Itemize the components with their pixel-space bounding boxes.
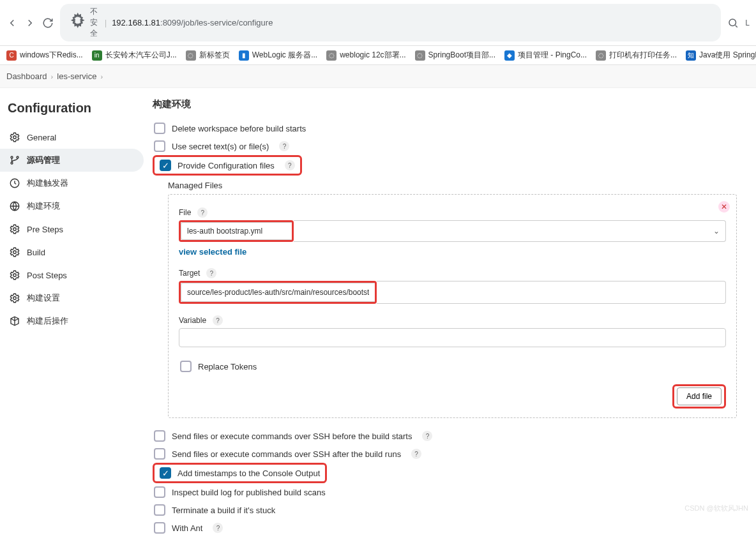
check-with-ant[interactable]: With Ant ? [153,519,737,537]
check-provide-config[interactable]: ✓ Provide Configuration files ? [157,158,298,172]
sidebar-item-label: 构建环境 [27,200,60,212]
check-label: Add timestamps to the Console Output [178,469,320,478]
gear-icon [9,131,20,143]
bookmark-item[interactable]: ◆项目管理 - PingCo... [504,50,587,61]
bookmark-item[interactable]: in长安铃木汽车公司J... [92,50,177,61]
package-icon [9,315,20,327]
bookmark-favicon: ◆ [504,50,515,61]
highlight-annotation: ✓ Provide Configuration files ? [153,155,302,176]
check-terminate-stuck[interactable]: Terminate a build if it's stuck [153,501,737,519]
file-select[interactable]: les-auth bootstrap.yml [181,222,292,240]
chevron-down-icon: ⌄ [713,227,720,236]
check-use-secret[interactable]: Use secret text(s) or file(s) ? [153,137,737,155]
bookmark-favicon: ◌ [596,50,606,61]
reload-icon[interactable] [42,17,54,29]
branch-icon [9,154,20,166]
sidebar-item-label: 构建触发器 [27,177,68,189]
svg-point-3 [11,162,13,164]
check-ssh-before[interactable]: Send files or execute commands over SSH … [153,427,737,445]
check-ssh-after[interactable]: Send files or execute commands over SSH … [153,445,737,463]
sidebar-item-label: 构建设置 [27,292,60,304]
managed-files-panel: ✕ File ? les-auth bootstrap.yml ⌄ [168,194,737,418]
bookmark-label: WebLogic 服务器... [252,50,317,61]
checkbox[interactable] [154,430,165,442]
checkbox[interactable] [154,448,165,460]
bookmark-item[interactable]: 知Java使用 Springbo... [686,50,756,61]
help-icon[interactable]: ? [213,315,223,326]
bookmark-item[interactable]: Cwindows下Redis... [6,50,83,61]
svg-point-1 [13,136,17,139]
browser-toolbar: 不安全 | 192.168.1.81:8099/job/les-service/… [0,0,756,46]
breadcrumb-dashboard[interactable]: Dashboard [6,71,47,81]
highlight-annotation: ✓ Add timestamps to the Console Output [153,463,327,483]
help-icon[interactable]: ? [206,268,216,278]
check-label: Provide Configuration files [178,161,275,170]
check-replace-tokens[interactable]: Replace Tokens [179,357,726,375]
gear-icon [9,269,20,281]
checkbox[interactable] [154,123,165,134]
page-title: Configuration [0,94,144,126]
sidebar-item[interactable]: Build [0,241,144,264]
svg-point-7 [13,228,17,231]
breadcrumb-job[interactable]: les-service [57,71,96,81]
section-build-env-title: 构建环境 [153,98,737,110]
checkbox[interactable] [154,486,165,498]
bookmark-item[interactable]: ◌SpringBoot项目部... [415,50,495,61]
watermark: CSDN @软软风JHN [684,504,748,513]
help-icon[interactable]: ? [197,207,208,218]
add-file-button[interactable]: Add file [677,387,722,405]
managed-files-label: Managed Files [168,181,737,190]
sidebar-item[interactable]: 构建触发器 [0,172,144,195]
bookmark-item[interactable]: ▮WebLogic 服务器... [239,50,317,61]
sidebar-item[interactable]: 构建设置 [0,287,144,310]
sidebar-item-label: 源码管理 [27,154,60,166]
bookmark-label: 新标签页 [199,50,230,61]
bookmark-label: 打印机有打印任务... [609,50,677,61]
search-icon[interactable] [727,17,739,29]
checkbox[interactable] [154,522,165,534]
check-add-timestamps[interactable]: ✓ Add timestamps to the Console Output [157,466,322,480]
highlight-annotation: les-auth bootstrap.yml [179,220,294,242]
help-icon[interactable]: ? [213,523,223,533]
bookmark-label: windows下Redis... [20,50,83,61]
svg-point-8 [13,251,17,254]
back-icon[interactable] [6,17,18,29]
sidebar-item[interactable]: Pre Steps [0,218,144,241]
checkbox[interactable] [154,504,165,516]
svg-point-2 [11,156,13,158]
help-icon[interactable]: ? [422,431,432,441]
check-label: Delete workspace before build starts [172,124,306,133]
help-icon[interactable]: ? [285,160,295,170]
checkbox[interactable]: ✓ [160,160,171,171]
address-bar[interactable]: 不安全 | 192.168.1.81:8099/job/les-service/… [60,4,721,41]
sidebar-item[interactable]: 构建环境 [0,195,144,218]
bookmark-label: 项目管理 - PingCo... [518,50,587,61]
view-selected-file-link[interactable]: view selected file [179,247,246,257]
check-label: Send files or execute commands over SSH … [172,449,401,459]
svg-point-9 [13,274,17,277]
sidebar-item[interactable]: 源码管理 [0,149,144,172]
check-inspect-log[interactable]: Inspect build log for published build sc… [153,483,737,501]
target-input[interactable] [181,283,375,302]
help-icon[interactable]: ? [411,449,421,459]
sidebar-item[interactable]: 构建后操作 [0,310,144,333]
checkbox[interactable] [180,361,192,372]
checkbox[interactable]: ✓ [160,467,171,479]
checkbox[interactable] [154,140,165,152]
sidebar-item[interactable]: Post Steps [0,264,144,287]
bookmark-item[interactable]: ◌weblogic 12c部署... [326,50,405,61]
variable-input[interactable] [179,328,726,347]
file-select-rest[interactable]: ⌄ [294,220,726,242]
forward-icon[interactable] [24,17,36,29]
target-input-rest[interactable] [377,281,726,304]
check-label: Send files or execute commands over SSH … [172,431,412,441]
target-label: Target ? [179,268,726,278]
bookmark-item[interactable]: ◌打印机有打印任务... [596,50,677,61]
highlight-annotation: Add file [672,384,726,409]
bookmark-item[interactable]: ◌新标签页 [186,50,230,61]
help-icon[interactable]: ? [279,141,289,151]
sidebar-item[interactable]: General [0,126,144,149]
bookmark-label: weblogic 12c部署... [340,50,405,61]
check-delete-workspace[interactable]: Delete workspace before build starts [153,119,737,137]
close-icon[interactable]: ✕ [718,201,730,213]
